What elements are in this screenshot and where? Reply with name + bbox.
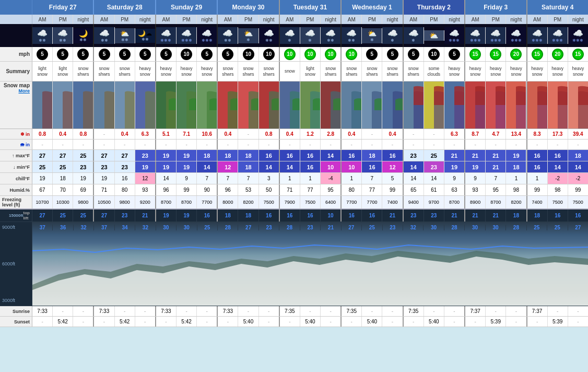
wind-circle-8-0: 15 xyxy=(532,49,543,60)
data-cell-8-2: - xyxy=(568,140,588,149)
data-cell-6-0: - xyxy=(404,317,424,327)
summary-cell-3-2: snow shwrs xyxy=(259,62,279,81)
alt-6000-label: 6000ft xyxy=(2,261,30,266)
lift-bot-cell-3-1: 27 xyxy=(238,225,258,230)
day-block-1: snow shwrssnow shwrsheavy snow xyxy=(94,62,156,81)
data-cell-4-0: 14 xyxy=(280,161,300,172)
data-cell-8-1: 20 xyxy=(548,47,568,61)
sunrise-label: Sunrise xyxy=(0,306,32,316)
day-block-6: 940097008700 xyxy=(404,196,465,208)
wind-circle-5-0: 10 xyxy=(346,49,357,60)
snowmap-cell-7-1 xyxy=(486,82,506,129)
snowmap-cell-4-2 xyxy=(321,82,340,129)
day-block-3: 181816 xyxy=(218,150,279,161)
day-block-6: 5105 xyxy=(404,47,465,61)
day-block-1: 191612 xyxy=(94,173,156,184)
data-cell-8-0: 7:37 xyxy=(527,306,548,316)
data-cell-2-0: 7:33 xyxy=(156,306,177,316)
data-cell-5-0: 0.4 xyxy=(342,129,362,139)
data-cell-0-2: 9800 xyxy=(73,196,93,208)
snowmap-cell-0-1 xyxy=(53,82,73,129)
weather-icon-row: ☁️ ❄❄ ☁️ ❄❄ 🌙 ❄❄ xyxy=(0,24,588,47)
data-cell-4-2: 10 xyxy=(321,47,340,61)
day-block-0: 10700103009800 xyxy=(32,196,94,208)
day-label-wed1: Wednesday 1 xyxy=(342,0,402,15)
summary-cell-5-2: snow shwrs xyxy=(382,62,402,81)
day-block-7: heavy snowheavy snowheavy snow xyxy=(465,62,527,81)
day-block-7: 212118 xyxy=(465,210,527,222)
data-cell-7-0: - xyxy=(465,317,486,327)
subheader-mon30-pm: PM xyxy=(238,15,258,24)
humid-row: Humid.% 67706971809396999096535071779580… xyxy=(0,184,588,196)
data-cell-2-1: 9 xyxy=(177,173,197,184)
wx-icon-fri3-pm: ☁️ ❄❄❄ xyxy=(486,27,506,44)
data-cell-0-0: - xyxy=(32,140,53,149)
summary-cell-7-0: heavy snow xyxy=(465,62,486,81)
data-cell-7-0: 8.7 xyxy=(465,129,486,139)
data-cell-7-1: 15 xyxy=(486,47,506,61)
data-cell-2-1: - xyxy=(177,140,197,149)
data-cell-4-1: 1.2 xyxy=(300,129,321,139)
subheader-thu2-pm: PM xyxy=(424,15,444,24)
rain-in-label: 🌧 in xyxy=(0,140,32,149)
data-cell-5-2: 21 xyxy=(382,210,402,222)
subheader-fri3-night: night xyxy=(506,15,526,24)
data-cell-0-0: - xyxy=(32,317,53,327)
data-cell-6-0: - xyxy=(404,129,424,139)
wx-icon-sat28-night: 🌙☁ ❄❄ xyxy=(135,29,155,43)
data-cell-0-2: 25 xyxy=(73,150,93,161)
day-block-6: 7:35-- xyxy=(404,306,465,316)
wind-circle-2-1: 10 xyxy=(181,49,192,60)
lift-bot-cell-4-2: 21 xyxy=(321,225,340,230)
data-cell-3-1: 5:40 xyxy=(238,317,258,327)
snowmap-block-3 xyxy=(218,82,279,129)
wind-circle-7-0: 15 xyxy=(469,49,481,60)
data-cell-8-2: 18 xyxy=(568,150,588,161)
day-block-5: 161621 xyxy=(342,210,403,222)
snowmap-images xyxy=(32,82,588,129)
data-cell-0-2: 5 xyxy=(73,47,93,61)
humid-content: 6770697180939699909653507177958077996561… xyxy=(32,184,588,195)
data-cell-4-0: 7:35 xyxy=(280,306,300,316)
data-cell-4-2: - xyxy=(321,317,340,327)
day-block-7: --- xyxy=(465,140,527,149)
data-cell-2-1: 8700 xyxy=(177,196,197,208)
day-block-8: 999899 xyxy=(527,184,588,195)
subheader-sat28-am: AM xyxy=(94,15,114,24)
day-block-3: 181816 xyxy=(218,210,279,222)
day-label-fri27: Friday 27 xyxy=(32,0,93,15)
data-cell-4-0: 7900 xyxy=(280,196,300,208)
data-cell-8-1: - xyxy=(548,140,568,149)
data-cell-5-2: - xyxy=(382,306,402,316)
day-block-2: 191918 xyxy=(156,150,218,161)
data-cell-0-2: - xyxy=(73,140,93,149)
summary-row: Summary light snowlight snowsnow shwrssn… xyxy=(0,62,588,82)
chill-f-label: chill°F xyxy=(0,173,32,184)
data-cell-1-1: - xyxy=(115,306,135,316)
summary-cell-5-0: snow shwrs xyxy=(342,62,362,81)
data-cell-0-2: 23 xyxy=(73,161,93,172)
data-cell-5-0: - xyxy=(342,140,362,149)
wind-circle-3-1: 10 xyxy=(243,49,254,60)
data-cell-0-1: 10300 xyxy=(53,196,73,208)
data-cell-8-0: - xyxy=(527,317,548,327)
day-block-1: 272723 xyxy=(94,150,156,161)
data-cell-4-0: - xyxy=(280,140,300,149)
data-cell-1-2: 19 xyxy=(135,161,155,172)
sunset-label: Sunset xyxy=(0,317,32,327)
wx-icon-thu2-pm: ⛅ xyxy=(424,30,444,41)
subheader-sun29: AM PM night xyxy=(156,15,218,24)
data-cell-2-1: 99 xyxy=(177,184,197,195)
wx-icon-wed1-night: ☁️ ❄ xyxy=(382,27,402,44)
data-cell-2-0: 8700 xyxy=(156,196,177,208)
day-block-7: 212119 xyxy=(465,150,527,161)
data-cell-2-2: 10.6 xyxy=(197,129,217,139)
data-cell-5-2: - xyxy=(382,140,402,149)
day-block-1: 555 xyxy=(94,47,156,61)
summary-cell-0-1: light snow xyxy=(53,62,73,81)
data-cell-1-1: 5 xyxy=(115,47,135,61)
summary-cell-1-0: snow shwrs xyxy=(94,62,114,81)
data-cell-6-0: 65 xyxy=(404,184,424,195)
snowmap-cell-5-2 xyxy=(382,82,402,129)
snowmap-more-link[interactable]: More xyxy=(18,88,30,94)
